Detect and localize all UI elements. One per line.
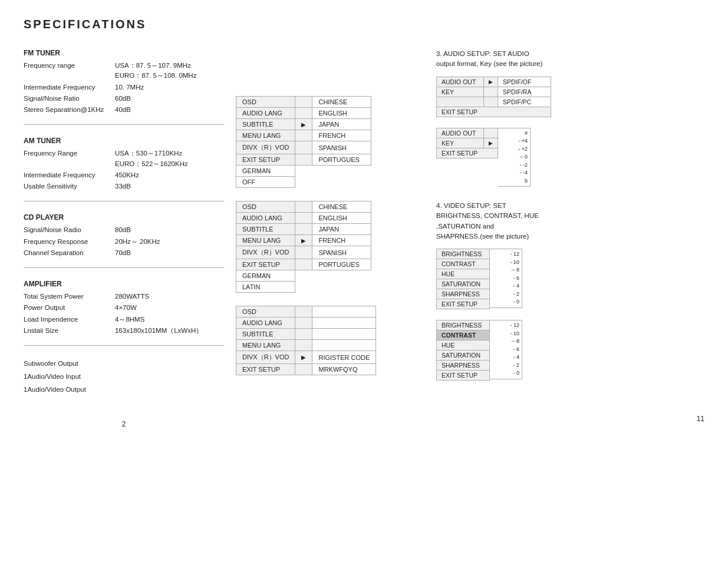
page-number-left: 2 xyxy=(24,420,224,428)
table-row: AUDIO LANGENGLISH xyxy=(236,213,371,224)
table-row: SATURATION xyxy=(437,351,490,361)
table-row: KEY SPDIF/RA xyxy=(437,87,551,97)
table-row: DIVX（R）VODSPANISH xyxy=(236,141,371,154)
table-row: OSD xyxy=(236,306,376,318)
brightness-scale-1: - 12 - 10 -- 8 - 6 - 4 - 2 - 0 xyxy=(490,249,522,308)
table-row: SHARPNESS xyxy=(437,361,490,371)
fm-tuner-section: FM TUNER Frequency range USA：87. 5～107. … xyxy=(24,49,224,125)
table-row: GERMAN xyxy=(236,166,371,177)
audio-setup-title: 3. AUDIO SETUP: SET AUDIOoutput format, … xyxy=(436,49,704,70)
spec-row: Power Output 4×70W xyxy=(24,303,224,313)
table-row: EXIT SETUPMRKWFQYQ xyxy=(236,364,376,375)
amplifier-section: AMPLIFIER Totai System Power 280WATTS Po… xyxy=(24,280,224,346)
am-tuner-title: AM TUNER xyxy=(24,137,224,145)
table-row-contrast-highlighted: CONTRAST xyxy=(437,330,490,340)
spec-row: Channel Separation 70dB xyxy=(24,248,224,258)
table-row: BRIGHTNESS xyxy=(437,320,490,330)
table-row: HUE xyxy=(437,269,490,279)
table-row: SUBTITLE xyxy=(236,329,376,340)
audio-table-2: AUDIO OUT KEY ▶ EXIT SETUP xyxy=(436,128,704,187)
table-row: EXIT SETUPPORTUGUES xyxy=(236,154,371,166)
fm-tuner-title: FM TUNER xyxy=(24,49,224,57)
spec-row: Load Impendence 4～8HMS xyxy=(24,315,224,325)
table-row: SHARPNESS xyxy=(437,289,490,299)
spec-row: Intermediate Frequency 10. 7MHz xyxy=(24,82,224,92)
cd-player-section: CD PLAYER Signal/Noise Radio 80dB Freque… xyxy=(24,213,224,268)
table-row: CONTRAST xyxy=(437,259,490,269)
spec-row: Frequency range USA：87. 5～107. 9MHz EURO… xyxy=(24,61,224,81)
video-setup-title: 4. VIDEO SETUP: SETBRIGHTNESS, CONTRAST,… xyxy=(436,201,704,242)
brightness-table-1: BRIGHTNESS CONTRAST HUE SATURATION xyxy=(436,249,704,309)
am-tuner-section: AM TUNER Frequency Range USA：530～1710KHz… xyxy=(24,137,224,201)
table-row: AUDIO LANGENGLISH xyxy=(236,108,371,119)
page-number-right: 11 xyxy=(436,415,704,423)
table-row: LATIN xyxy=(236,282,371,293)
brightness-scale-2: - 12 - 10 -- 8 - 6 - 4 - 2 - 0 xyxy=(490,320,522,379)
table-row: SPDIF/PC xyxy=(437,97,551,107)
right-column: 3. AUDIO SETUP: SET AUDIOoutput format, … xyxy=(424,49,704,428)
table-row: MENU LANG xyxy=(236,340,376,351)
spec-row: Signal/Noise Radio 80dB xyxy=(24,225,224,235)
menu-table-3: OSDAUDIO LANGSUBTITLEMENU LANGDIVX（R）VOD… xyxy=(236,306,424,375)
exit-row: EXIT SETUP xyxy=(437,148,498,158)
cd-player-title: CD PLAYER xyxy=(24,213,224,222)
table-row: OFF xyxy=(236,177,371,188)
key-scale: # - +4 - +2 -- 0 - -2 - -4 b xyxy=(498,128,531,187)
menu-table-2: OSDCHINESEAUDIO LANGENGLISHSUBTITLEJAPAN… xyxy=(236,201,424,293)
table-row: KEY ▶ xyxy=(437,138,498,148)
table-row: DIVX（R）VOD▶RIGISTER CODE xyxy=(236,351,376,364)
spec-row: Intermediate Frequency 450KHz xyxy=(24,170,224,180)
table-row: HUE xyxy=(437,340,490,351)
menu-table-1: OSDCHINESEAUDIO LANGENGLISHSUBTITLE▶JAPA… xyxy=(236,96,424,188)
table-row: BRIGHTNESS xyxy=(437,249,490,259)
brightness-table-2: BRIGHTNESS CONTRAST HUE SATURATION xyxy=(436,320,704,381)
table-row: SATURATION xyxy=(437,279,490,289)
table-row: MENU LANG▶FRENCH xyxy=(236,235,371,246)
spec-row: Lnstaii Size 163x180x101MM（LxWxH） xyxy=(24,326,224,336)
page-title: SPECIFICATIONS xyxy=(24,18,704,31)
table-row: AUDIO OUT xyxy=(437,128,498,138)
table-row: GERMAN xyxy=(236,270,371,282)
amplifier-title: AMPLIFIER xyxy=(24,280,224,288)
table-row: OSDCHINESE xyxy=(236,201,371,213)
left-column: FM TUNER Frequency range USA：87. 5～107. … xyxy=(24,49,224,428)
table-row: AUDIO OUT ▶ SPDIF/OF xyxy=(437,77,551,87)
exit-setup-row: EXIT SETUP xyxy=(437,371,490,381)
table-row: DIVX（R）VODSPANISH xyxy=(236,246,371,259)
table-row: AUDIO LANG xyxy=(236,318,376,329)
spec-row: Frequency Range USA：530～1710KHz EURO：522… xyxy=(24,148,224,169)
middle-column: OSDCHINESEAUDIO LANGENGLISHSUBTITLE▶JAPA… xyxy=(224,49,424,428)
spec-row: Signal/Noise Ratio 60dB xyxy=(24,94,224,104)
table-row: OSDCHINESE xyxy=(236,97,371,108)
table-row: SUBTITLE▶JAPAN xyxy=(236,119,371,130)
audio-table-1: AUDIO OUT ▶ SPDIF/OF KEY SPDIF/RA xyxy=(436,77,704,117)
spec-row: Usable Sensitivity 33dB xyxy=(24,181,224,191)
spec-row: Totai System Power 280WATTS xyxy=(24,292,224,302)
table-row: MENU LANGFRENCH xyxy=(236,130,371,141)
table-row: SUBTITLEJAPAN xyxy=(236,224,371,235)
exit-setup-row: EXIT SETUP xyxy=(437,299,490,309)
spec-row: Frequency Response 20Hz～ 20KHz xyxy=(24,237,224,247)
extra-info: Subwoofer Output 1Audio/Video Input 1Aud… xyxy=(24,358,224,396)
spec-row: Stereo Separatrion@1KHz 40dB xyxy=(24,105,224,115)
exit-setup-row: EXIT SETUP xyxy=(437,107,551,117)
table-row: EXIT SETUPPORTUGUES xyxy=(236,259,371,270)
